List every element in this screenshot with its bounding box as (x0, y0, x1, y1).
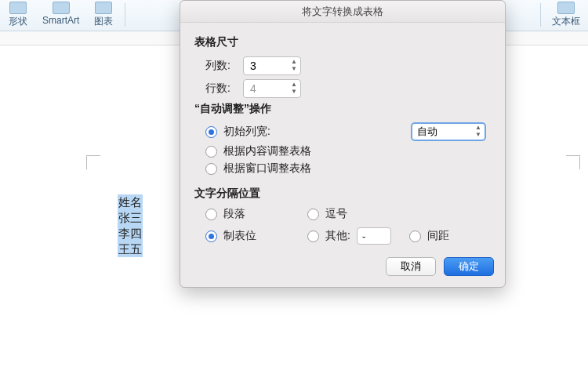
rows-label: 行数: (205, 82, 243, 96)
radio-sep-tab[interactable] (205, 230, 217, 242)
selected-line: 王五 (118, 241, 143, 257)
columns-stepper[interactable]: ▲ ▼ (243, 56, 301, 75)
textbox-icon (557, 2, 575, 14)
ribbon-chart-label: 图表 (94, 15, 113, 28)
ribbon-separator (540, 3, 541, 27)
radio-sep-spacing-label: 间距 (427, 229, 449, 243)
columns-label: 列数: (205, 59, 243, 73)
ribbon-textbox-label: 文本框 (552, 15, 580, 28)
radio-sep-paragraph-label: 段落 (223, 207, 245, 221)
ribbon-textbox-button[interactable]: 文本框 (549, 2, 583, 28)
radio-sep-paragraph[interactable] (205, 209, 217, 220)
radio-fit-content-label: 根据内容调整表格 (223, 144, 311, 158)
section-table-size: 表格尺寸 (194, 35, 491, 49)
radio-sep-comma[interactable] (307, 209, 319, 220)
rows-input (250, 82, 281, 95)
radio-fit-content[interactable] (205, 146, 217, 158)
ok-button[interactable]: 确定 (444, 257, 494, 276)
dialog-title: 将文字转换成表格 (180, 1, 505, 23)
selected-line: 姓名 (118, 194, 143, 210)
chevron-down-icon[interactable]: ▼ (289, 66, 299, 73)
section-separator: 文字分隔位置 (194, 187, 491, 201)
radio-fit-window-label: 根据窗口调整表格 (223, 162, 311, 176)
smartart-icon (53, 2, 70, 14)
radio-initial-width[interactable] (205, 126, 217, 138)
radio-sep-other[interactable] (307, 230, 319, 242)
ribbon-shape-button[interactable]: 形状 (5, 2, 31, 28)
selected-text-block[interactable]: 姓名 张三 李四 王五 (118, 194, 143, 257)
radio-fit-window[interactable] (205, 163, 217, 175)
section-autofit: “自动调整”操作 (194, 102, 491, 116)
page-corner (86, 155, 100, 169)
ribbon-shape-label: 形状 (9, 15, 27, 28)
selected-line: 李四 (118, 226, 143, 241)
convert-text-to-table-dialog: 将文字转换成表格 表格尺寸 列数: ▲ ▼ 行数: ▲ ▼ “自动 (180, 0, 506, 288)
ribbon-smartart-button[interactable]: SmartArt (39, 2, 82, 26)
chevron-down-icon: ▼ (289, 89, 299, 96)
selected-line: 张三 (118, 210, 143, 226)
ribbon-chart-button[interactable]: 图表 (90, 2, 117, 28)
radio-initial-width-label: 初始列宽: (223, 125, 270, 139)
initial-width-input[interactable] (417, 126, 461, 138)
radio-sep-spacing[interactable] (409, 230, 421, 242)
ribbon-separator (125, 3, 125, 27)
sep-other-input[interactable] (357, 227, 391, 245)
radio-sep-tab-label: 制表位 (223, 229, 256, 243)
radio-sep-comma-label: 逗号 (325, 207, 347, 221)
shape-icon (9, 2, 27, 14)
columns-input[interactable] (250, 60, 281, 72)
ribbon-smartart-label: SmartArt (42, 15, 79, 26)
page-corner (566, 155, 580, 169)
rows-stepper: ▲ ▼ (243, 79, 301, 98)
initial-width-field[interactable]: ▲ ▼ (411, 122, 486, 141)
radio-sep-other-label: 其他: (325, 229, 350, 243)
chevron-down-icon[interactable]: ▼ (474, 132, 483, 139)
chart-icon (95, 2, 112, 14)
cancel-button[interactable]: 取消 (386, 257, 436, 276)
